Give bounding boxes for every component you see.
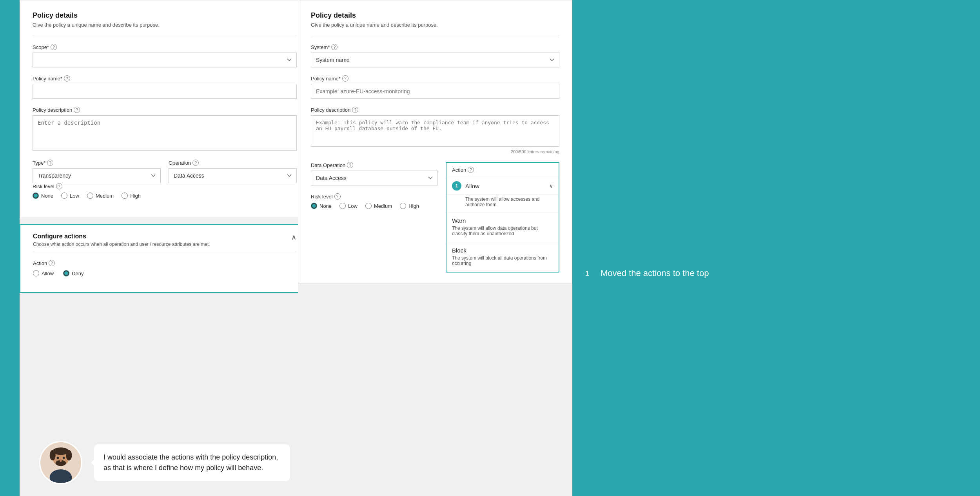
- configure-actions-title-group: Configure actions Choose what action occ…: [33, 233, 210, 247]
- left-policy-details-card: Policy details Give the policy a unique …: [20, 0, 310, 218]
- risk-high-radio[interactable]: [122, 193, 128, 199]
- action-dropdown-title: Action ?: [452, 167, 474, 173]
- main-container: Policy details Give the policy a unique …: [0, 0, 980, 496]
- system-select[interactable]: System name: [311, 53, 559, 67]
- right-policy-name-info-icon[interactable]: ?: [342, 75, 348, 82]
- action-info-icon[interactable]: ?: [49, 260, 55, 266]
- left-panel: Policy details Give the policy a unique …: [20, 0, 310, 496]
- policy-name-info-icon[interactable]: ?: [64, 75, 70, 82]
- action-warn-option[interactable]: Warn The system will allow data operatio…: [446, 212, 559, 242]
- risk-none-radio[interactable]: [33, 193, 39, 199]
- action-allow-option[interactable]: Allow: [33, 270, 54, 276]
- configure-actions-subtitle: Choose what action occurs when all opera…: [33, 242, 210, 247]
- scope-label: Scope* ?: [33, 44, 297, 50]
- right-risk-medium-radio[interactable]: [365, 203, 372, 209]
- right-policy-details-card: Policy details Give the policy a unique …: [298, 0, 572, 284]
- scope-select[interactable]: [33, 53, 297, 67]
- avatar-svg: [40, 442, 81, 483]
- action-deny-radio[interactable]: [63, 270, 69, 276]
- operation-col: Operation ? Data Access: [169, 160, 297, 183]
- right-policy-description-textarea[interactable]: [311, 115, 559, 147]
- annotation-text: Moved the actions to the top: [601, 267, 709, 278]
- action-warn-label: Warn: [452, 217, 553, 224]
- right-policy-name-group: Policy name* ?: [311, 75, 559, 99]
- right-risk-low-radio[interactable]: [339, 203, 346, 209]
- type-info-icon[interactable]: ?: [47, 160, 53, 166]
- action-allow-label: Allow: [465, 183, 549, 189]
- action-deny-option[interactable]: Deny: [63, 270, 83, 276]
- speech-bubble-text: I would associate the actions with the p…: [103, 453, 278, 472]
- annotation-section: 1 Moved the actions to the top: [580, 267, 709, 281]
- configure-actions-card: Configure actions Choose what action occ…: [20, 224, 310, 293]
- data-operation-action-row: Data Operation ? Data Access Risk level …: [311, 162, 559, 273]
- svg-point-6: [57, 457, 59, 459]
- right-policy-desc-info-icon[interactable]: ?: [352, 107, 358, 113]
- policy-name-input[interactable]: [33, 84, 297, 99]
- action-group: Action ? Allow Deny: [33, 260, 296, 276]
- configure-actions-header: Configure actions Choose what action occ…: [33, 233, 296, 247]
- scope-info-icon[interactable]: ?: [51, 44, 57, 50]
- operation-info-icon[interactable]: ?: [192, 160, 199, 166]
- risk-medium-option[interactable]: Medium: [87, 193, 114, 199]
- svg-point-5: [66, 450, 72, 460]
- risk-low-radio[interactable]: [61, 193, 67, 199]
- system-label: System* ?: [311, 44, 559, 50]
- type-col: Type* ? Transparency: [33, 160, 161, 183]
- action-block-option[interactable]: Block The system will block all data ope…: [446, 242, 559, 272]
- left-card-title: Policy details: [33, 11, 297, 20]
- action-dropdown-info-icon[interactable]: ?: [468, 167, 474, 173]
- bottom-section: I would associate the actions with the p…: [39, 429, 329, 496]
- right-risk-info-icon[interactable]: ?: [334, 193, 341, 200]
- system-info-icon[interactable]: ?: [331, 44, 338, 50]
- policy-description-textarea[interactable]: [33, 115, 297, 151]
- right-risk-level-group: Risk level ? None Low: [311, 193, 438, 209]
- type-select[interactable]: Transparency: [33, 168, 161, 183]
- svg-point-7: [63, 457, 65, 459]
- right-panel: Policy details Give the policy a unique …: [298, 0, 572, 496]
- right-risk-radio-group: None Low Medium: [311, 203, 438, 209]
- data-operation-label: Data Operation ?: [311, 162, 438, 168]
- policy-description-group: Policy description ?: [33, 107, 297, 152]
- collapse-icon[interactable]: ∧: [291, 233, 296, 242]
- action-radio-group: Allow Deny: [33, 270, 296, 276]
- right-policy-name-input[interactable]: [311, 84, 559, 99]
- right-risk-low-option[interactable]: Low: [339, 203, 358, 209]
- action-allow-description: The system will allow accesses and autho…: [446, 195, 559, 212]
- right-risk-none-radio[interactable]: [311, 203, 317, 209]
- right-risk-high-radio[interactable]: [400, 203, 406, 209]
- action-allow-radio[interactable]: [33, 270, 39, 276]
- risk-radio-group: None Low Medium High: [33, 193, 297, 199]
- data-operation-select[interactable]: Data Access: [311, 171, 438, 185]
- risk-high-option[interactable]: High: [122, 193, 141, 199]
- svg-point-9: [60, 459, 62, 462]
- action-chevron-down-icon[interactable]: ∨: [549, 183, 553, 189]
- char-count: 200/500 letters remaining: [311, 149, 559, 154]
- data-operation-info-icon[interactable]: ?: [347, 162, 353, 168]
- action-dropdown-header: Action ?: [446, 163, 559, 177]
- operation-label: Operation ?: [169, 160, 297, 166]
- policy-desc-info-icon[interactable]: ?: [74, 107, 80, 113]
- type-operation-row: Type* ? Transparency Operation ? Data Ac…: [33, 160, 297, 183]
- operation-select[interactable]: Data Access: [169, 168, 297, 183]
- speech-bubble: I would associate the actions with the p…: [94, 444, 290, 481]
- action-block-label: Block: [452, 247, 553, 254]
- action-dropdown-container: Action ? 1 Allow ∨ The system will allow…: [446, 162, 559, 273]
- risk-none-option[interactable]: None: [33, 193, 53, 199]
- system-group: System* ? System name: [311, 44, 559, 67]
- action-label: Action ?: [33, 260, 296, 266]
- right-risk-none-option[interactable]: None: [311, 203, 332, 209]
- right-risk-high-option[interactable]: High: [400, 203, 419, 209]
- risk-medium-radio[interactable]: [87, 193, 93, 199]
- risk-level-label: Risk level ?: [33, 183, 297, 189]
- left-card-header: Policy details Give the policy a unique …: [33, 11, 297, 28]
- action-warn-description: The system will allow data operations bu…: [452, 224, 553, 240]
- right-policy-description-label: Policy description ?: [311, 107, 559, 113]
- svg-point-4: [50, 450, 56, 460]
- annotation-badge: 1: [580, 267, 594, 281]
- action-dropdown-col: Action ? 1 Allow ∨ The system will allow…: [446, 162, 559, 273]
- risk-low-option[interactable]: Low: [61, 193, 79, 199]
- right-card-subtitle: Give the policy a unique name and descri…: [311, 22, 559, 28]
- risk-info-icon[interactable]: ?: [56, 183, 62, 189]
- right-risk-medium-option[interactable]: Medium: [365, 203, 392, 209]
- action-allow-selected-row[interactable]: 1 Allow ∨: [446, 177, 559, 195]
